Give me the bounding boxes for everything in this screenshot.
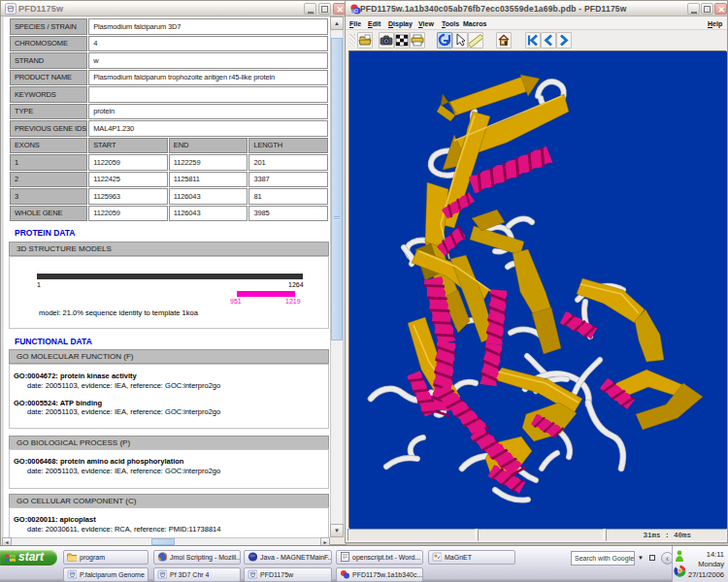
svg-text:o: o [354, 7, 358, 14]
